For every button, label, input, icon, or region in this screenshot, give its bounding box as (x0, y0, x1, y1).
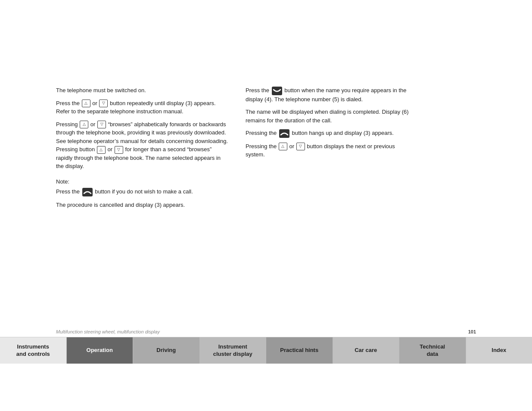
phone-answer-icon (272, 87, 282, 95)
page-label-bar: Multifunction steering wheel, multifunct… (0, 327, 532, 337)
nav-down-icon-4 (296, 143, 305, 150)
tab-instruments-and-controls[interactable]: Instrumentsand controls (0, 337, 67, 364)
right-para-2: The name will be displayed when dialing … (246, 108, 409, 125)
footer-bar: Multifunction steering wheel, multifunct… (0, 327, 532, 364)
page-number: 101 (468, 329, 476, 334)
left-para-2: Press the or button repeatedly until dis… (56, 99, 228, 116)
note-label: Note: (56, 177, 228, 186)
right-para-1: Press the button when the name you requi… (246, 86, 409, 103)
tab-index[interactable]: Index (466, 337, 532, 364)
right-para-3: Pressing the button hangs up and display… (246, 129, 409, 138)
tab-instrument-cluster-display[interactable]: Instrumentcluster display (200, 337, 267, 364)
tab-technical-data[interactable]: Technicaldata (399, 337, 466, 364)
page-title: Multifunction steering wheel, multifunct… (56, 329, 160, 334)
note-para-2: The procedure is cancelled and display (… (56, 201, 228, 209)
tab-practical-hints[interactable]: Practical hints (266, 337, 333, 364)
nav-down-icon (99, 100, 108, 107)
nav-up-icon-3 (97, 146, 106, 154)
right-para-4: Pressing the or button displays the next… (246, 142, 409, 159)
phone-hangup-icon-2 (279, 129, 289, 138)
main-content: The telephone must be switched on. Press… (0, 0, 532, 213)
tab-car-care[interactable]: Car care (333, 337, 400, 364)
tab-operation[interactable]: Operation (67, 337, 134, 364)
left-para-1: The telephone must be switched on. (56, 86, 228, 95)
nav-down-icon-2 (97, 121, 106, 128)
nav-down-icon-3 (115, 146, 123, 154)
nav-up-icon-4 (279, 143, 287, 150)
nav-up-icon (82, 100, 90, 107)
left-para-3: Pressing or “browses” alphabetically for… (56, 120, 228, 171)
tab-driving[interactable]: Driving (133, 337, 200, 364)
phone-hangup-icon (82, 188, 93, 196)
nav-up-icon-2 (80, 121, 88, 128)
left-column: The telephone must be switched on. Press… (56, 86, 228, 213)
right-column: Press the button when the name you requi… (246, 86, 409, 213)
note-para-1: Press the button if you do not wish to m… (56, 187, 228, 196)
nav-tabs: Instrumentsand controls Operation Drivin… (0, 337, 532, 364)
